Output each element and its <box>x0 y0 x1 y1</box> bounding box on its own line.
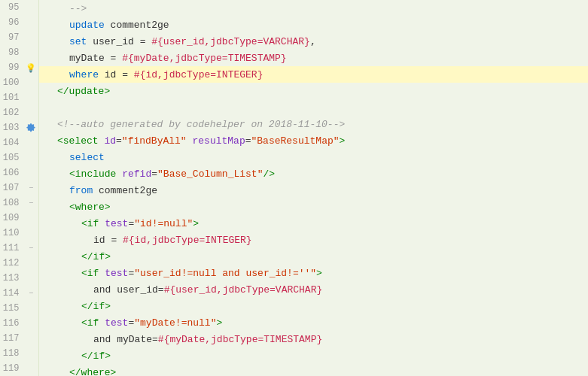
code-line: </where> <box>39 364 588 376</box>
gutter-row: 104 <box>0 135 38 150</box>
code-line: <!--auto generated by codehelper on 2018… <box>39 116 588 132</box>
code-line: --> <box>39 0 588 17</box>
code-line <box>39 99 588 116</box>
line-number: 114 <box>0 288 23 299</box>
line-number: 98 <box>0 47 23 58</box>
line-number: 101 <box>0 92 23 103</box>
gutter-row: 118 <box>0 346 38 361</box>
line-number: 103 <box>0 123 23 133</box>
fold-icon[interactable]: − <box>23 290 38 298</box>
line-number: 102 <box>0 108 23 118</box>
line-number: 105 <box>0 153 23 163</box>
bug-icon[interactable]: 💡 <box>23 63 38 73</box>
gutter-row: 103 <box>0 120 38 135</box>
line-number: 116 <box>0 318 23 329</box>
gutter-row: 110 <box>0 226 38 241</box>
code-line: and user_id=#{user_id,jdbcType=VARCHAR} <box>39 281 588 298</box>
fold-icon[interactable]: − <box>23 199 38 208</box>
line-number: 95 <box>0 2 23 13</box>
code-line: <include refid="Base_Column_List"/> <box>39 165 588 182</box>
code-line: </if> <box>39 298 588 314</box>
fold-icon[interactable]: − <box>23 184 38 193</box>
gutter-row: 117 <box>0 331 38 346</box>
gutter-row: 100 <box>0 75 38 90</box>
gutter-row: 114− <box>0 286 38 301</box>
gutter-row: 105 <box>0 150 38 165</box>
line-number: 110 <box>0 228 23 238</box>
code-line: </if> <box>39 248 588 265</box>
code-line: where id = #{id,jdbcType=INTEGER} <box>39 66 588 83</box>
code-editor: 9596979899💡100101102103104105106107−108−… <box>0 0 588 376</box>
code-line: myDate = #{myDate,jdbcType=TIMESTAMP} <box>39 50 588 66</box>
gutter-row: 108− <box>0 196 38 211</box>
gutter-row: 95 <box>0 0 38 15</box>
gutter-row: 116 <box>0 316 38 331</box>
line-number: 107 <box>0 183 23 193</box>
line-number: 97 <box>0 32 23 43</box>
line-number: 104 <box>0 138 23 148</box>
code-line: </if> <box>39 347 588 364</box>
gutter-row: 111− <box>0 241 38 256</box>
gutter-row: 98 <box>0 45 38 60</box>
code-line: </update> <box>39 83 588 99</box>
code-line: select <box>39 149 588 165</box>
line-number: 108 <box>0 198 23 208</box>
line-number: 99 <box>0 62 23 73</box>
code-line: <if test="user_id!=null and user_id!=''"… <box>39 265 588 281</box>
gutter-row: 113 <box>0 271 38 286</box>
gutter-row: 115 <box>0 301 38 316</box>
gutter-row: 101 <box>0 90 38 105</box>
line-number: 119 <box>0 363 23 374</box>
code-line: from comment2ge <box>39 182 588 199</box>
gutter-row: 102 <box>0 105 38 120</box>
line-gutter: 9596979899💡100101102103104105106107−108−… <box>0 0 39 376</box>
gutter-row: 106 <box>0 165 38 180</box>
gutter-row: 96 <box>0 15 38 30</box>
gutter-row: 119 <box>0 361 38 376</box>
gear-icon[interactable] <box>23 123 38 133</box>
line-number: 111 <box>0 243 23 253</box>
line-number: 100 <box>0 77 23 88</box>
fold-icon[interactable]: − <box>23 244 38 253</box>
gutter-row: 107− <box>0 180 38 196</box>
gutter-row: 97 <box>0 30 38 45</box>
code-line: set user_id = #{user_id,jdbcType=VARCHAR… <box>39 33 588 50</box>
gutter-row: 109 <box>0 211 38 226</box>
code-line: id = #{id,jdbcType=INTEGER} <box>39 232 588 248</box>
line-number: 96 <box>0 17 23 28</box>
code-line: <if test="id!=null"> <box>39 215 588 232</box>
line-number: 118 <box>0 348 23 359</box>
line-number: 113 <box>0 273 23 284</box>
line-number: 115 <box>0 303 23 314</box>
code-line: update comment2ge <box>39 17 588 33</box>
gutter-row: 99💡 <box>0 60 38 75</box>
code-area[interactable]: -->update comment2geset user_id = #{user… <box>39 0 588 376</box>
line-number: 117 <box>0 333 23 344</box>
gutter-row: 112 <box>0 256 38 271</box>
line-number: 112 <box>0 258 23 268</box>
line-number: 106 <box>0 168 23 178</box>
code-line: <where> <box>39 199 588 215</box>
line-number: 109 <box>0 213 23 223</box>
code-line: and myDate=#{myDate,jdbcType=TIMESTAMP} <box>39 331 588 347</box>
code-line: <select id="findByAll" resultMap="BaseRe… <box>39 132 588 149</box>
code-line: <if test="myDate!=null"> <box>39 314 588 331</box>
